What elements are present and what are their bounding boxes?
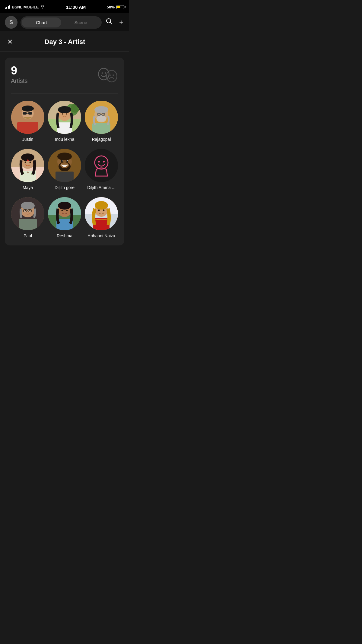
artist-item[interactable]: Paul [11, 197, 45, 238]
search-button[interactable] [105, 17, 114, 28]
artist-name-hrihaani: Hrihaani Naiza [87, 233, 115, 238]
artist-item[interactable]: Rajagopal [84, 101, 118, 142]
svg-rect-13 [28, 112, 32, 115]
svg-point-85 [98, 210, 100, 211]
tab-scene[interactable]: Scene [61, 17, 101, 27]
artist-name-rajagopal: Rajagopal [92, 137, 111, 142]
svg-point-15 [22, 106, 34, 112]
svg-point-45 [25, 162, 26, 163]
svg-rect-56 [56, 172, 74, 182]
artist-name-reshma: Reshma [57, 233, 72, 238]
svg-point-76 [58, 202, 71, 210]
signal-bar-2 [6, 7, 7, 9]
nav-actions: + [105, 17, 124, 28]
svg-point-23 [62, 113, 63, 115]
svg-point-4 [105, 72, 106, 74]
main-content: 9 Artists [0, 52, 129, 251]
signal-bar-1 [5, 8, 6, 9]
svg-point-46 [30, 162, 31, 163]
svg-point-40 [27, 172, 29, 173]
battery-icon [116, 5, 124, 9]
artist-avatar-justin [11, 101, 44, 134]
artist-item[interactable]: Diljith gore [48, 149, 81, 190]
artist-item[interactable]: Maya [11, 149, 45, 190]
artists-card: 9 Artists [5, 58, 124, 245]
svg-point-84 [95, 201, 108, 210]
artist-avatar-rajagopal [85, 101, 118, 134]
svg-point-29 [94, 106, 108, 113]
svg-point-7 [113, 74, 114, 76]
svg-rect-10 [17, 122, 38, 134]
artist-count: 9 [11, 65, 28, 76]
svg-point-52 [61, 160, 63, 162]
svg-point-30 [97, 115, 106, 122]
battery-percent: 50% [107, 5, 115, 9]
svg-rect-20 [57, 122, 72, 134]
artist-item[interactable]: Reshma [48, 197, 81, 238]
add-button[interactable]: + [118, 17, 124, 27]
svg-point-53 [66, 160, 68, 162]
svg-point-22 [58, 106, 71, 113]
svg-point-34 [99, 114, 100, 115]
artist-item[interactable]: Diljith Amma ... [84, 149, 118, 190]
svg-point-24 [66, 113, 67, 115]
artist-count-label: Artists [11, 77, 28, 84]
artist-avatar-diljith [48, 149, 81, 182]
svg-point-54 [62, 160, 62, 161]
svg-point-44 [27, 159, 29, 161]
svg-point-3 [101, 72, 103, 74]
close-button[interactable]: ✕ [6, 37, 14, 47]
signal-bar-3 [8, 6, 9, 9]
artist-name-diljith-amma: Diljith Amma ... [87, 185, 115, 190]
svg-line-1 [110, 23, 112, 24]
svg-point-49 [57, 153, 72, 160]
page-header: ✕ Day 3 - Artist [0, 31, 129, 52]
card-divider [11, 93, 118, 93]
artist-avatar-indu [48, 101, 81, 134]
svg-point-55 [67, 160, 68, 161]
artist-avatar-reshma [48, 197, 81, 230]
svg-point-6 [110, 74, 111, 76]
user-avatar[interactable]: S [5, 16, 17, 29]
artists-grid: Justin [11, 101, 118, 238]
artist-avatar-hrihaani [85, 197, 118, 230]
svg-point-5 [106, 70, 117, 82]
svg-point-78 [66, 210, 68, 211]
svg-point-65 [21, 202, 35, 210]
artist-avatar-paul [11, 197, 44, 230]
artist-name-diljith: Diljith gore [55, 185, 75, 190]
svg-point-35 [103, 114, 104, 115]
svg-point-60 [103, 161, 105, 163]
count-section: 9 Artists [11, 65, 28, 84]
status-right: 50% [107, 5, 124, 9]
carrier-label: BSNL MOBILE [12, 5, 39, 9]
page-title: Day 3 - Artist [17, 38, 112, 46]
artist-name-paul: Paul [24, 233, 32, 238]
wifi-icon [40, 5, 45, 9]
svg-point-86 [103, 210, 105, 211]
nav-bar: S Chart Scene + [0, 13, 129, 31]
time-display: 11:30 AM [66, 5, 86, 10]
artist-name-indu: Indu lekha [55, 137, 75, 142]
theater-icon [97, 65, 118, 87]
card-header: 9 Artists [11, 65, 118, 87]
svg-point-59 [98, 161, 100, 163]
tab-group: Chart Scene [21, 16, 102, 29]
artist-avatar-diljith-amma [85, 149, 118, 182]
svg-rect-63 [19, 219, 37, 230]
svg-point-2 [98, 68, 109, 80]
status-bar: BSNL MOBILE 11:30 AM 50% [0, 0, 129, 13]
artist-item[interactable]: Hrihaani Naiza [84, 197, 118, 238]
svg-point-57 [85, 149, 118, 182]
svg-point-77 [62, 210, 63, 211]
tab-chart[interactable]: Chart [22, 17, 61, 27]
artist-name-maya: Maya [23, 185, 33, 190]
signal-bars [5, 5, 10, 9]
signal-bar-4 [9, 5, 10, 9]
svg-point-70 [29, 210, 30, 211]
status-left: BSNL MOBILE [5, 5, 45, 9]
artist-item[interactable]: Indu lekha [48, 101, 81, 142]
artist-avatar-maya [11, 149, 44, 182]
artist-item[interactable]: Justin [11, 101, 45, 142]
svg-point-19 [71, 104, 80, 113]
